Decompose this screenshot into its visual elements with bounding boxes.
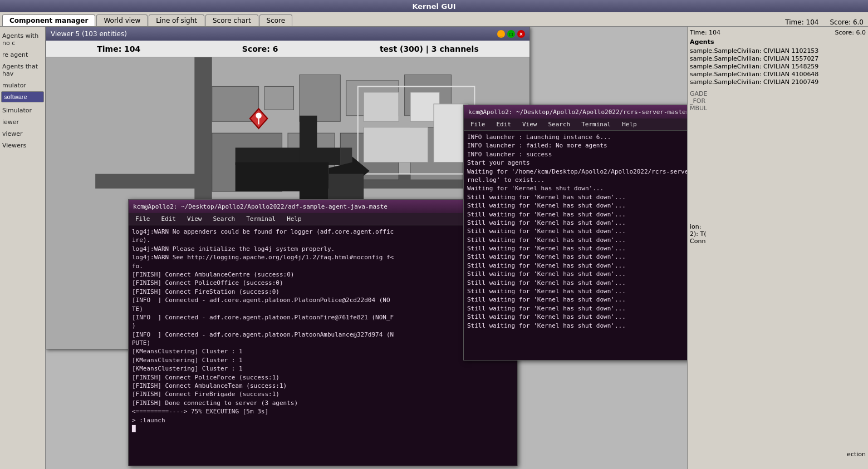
terminal-1-line-5: [FINISH] Connect AmbulanceCentre (succes… bbox=[132, 270, 514, 279]
terminal-2-menu-terminal[interactable]: Terminal bbox=[579, 120, 613, 129]
tab-component-manager[interactable]: Component manager bbox=[2, 14, 95, 26]
svg-point-22 bbox=[256, 113, 261, 119]
right-panel-section: ection bbox=[847, 451, 866, 458]
terminal-1-menu-file[interactable]: File bbox=[133, 214, 153, 224]
terminal-2-menu-help[interactable]: Help bbox=[620, 120, 639, 129]
terminal-1-line-8: [INFO ] Connected - adf.core.agent.plato… bbox=[132, 296, 514, 304]
right-panel-connection-3: Conn bbox=[690, 238, 866, 245]
terminal-1-cursor: █ bbox=[132, 424, 514, 433]
viewer-score: Score: 6 bbox=[242, 45, 278, 53]
terminal-1-menu-bar: File Edit View Search Terminal Help bbox=[129, 213, 517, 225]
terminal-1-line-10: [INFO ] Connected - adf.core.agent.plato… bbox=[132, 313, 514, 322]
top-score: Score: 6.0 bbox=[830, 18, 864, 26]
terminal-1-line-13: PUTE) bbox=[132, 339, 514, 347]
tab-line-of-sight[interactable]: Line of sight bbox=[149, 14, 204, 26]
sidebar-mulator: mulator bbox=[2, 82, 43, 89]
viewer-maximize-btn[interactable]: □ bbox=[507, 30, 515, 38]
terminal-1-title: kcm@Apollo2: ~/Desktop/Apollo2/Apollo202… bbox=[133, 203, 388, 210]
terminal-1-line-20: [FINISH] Done connecting to server (3 ag… bbox=[132, 399, 514, 407]
sidebar-software-btn[interactable]: software bbox=[1, 91, 44, 102]
right-panel-score: Score: 6.0 bbox=[835, 29, 866, 36]
viewer-info: test (300) | 3 channels bbox=[380, 45, 479, 53]
terminal-1-line-16: [KMeansClustering] Cluster : 1 bbox=[132, 364, 514, 373]
right-panel-partial-3: MBUL bbox=[690, 105, 866, 112]
terminal-2-menu-search[interactable]: Search bbox=[546, 120, 573, 129]
tab-world-view[interactable]: World view bbox=[96, 14, 148, 26]
terminal-1-line-2: log4j:WARN Please initialize the log4j s… bbox=[132, 245, 514, 253]
right-panel-connection-1: ion: bbox=[690, 223, 866, 230]
app-title: Kernel GUI bbox=[412, 2, 455, 11]
viewer-time: Time: 104 bbox=[97, 45, 140, 53]
right-panel-partial-1: GADE bbox=[690, 90, 866, 97]
terminal-2-title: kcm@Apollo2: ~/Desktop/Apollo2/Apollo202… bbox=[468, 108, 719, 116]
terminal-1-menu-search[interactable]: Search bbox=[211, 214, 238, 224]
svg-rect-18 bbox=[364, 127, 428, 162]
sidebar-agents-no-c: Agents with no c bbox=[2, 32, 43, 47]
terminal-1-line-3: log4j:WARN See http://logging.apache.org… bbox=[132, 253, 514, 261]
terminal-1-line-6: [FINISH] Connect PoliceOffice (success:0… bbox=[132, 279, 514, 287]
right-panel: Time: 104 Score: 6.0 Agents sample.Sampl… bbox=[687, 27, 868, 469]
sidebar: Agents with no c re agent Agents that ha… bbox=[0, 27, 46, 469]
agent-entry-1: sample.SampleCivilian: CIVILIAN 1557027 bbox=[690, 55, 866, 62]
right-panel-header: Time: 104 Score: 6.0 bbox=[690, 29, 866, 36]
terminal-1-line-14: [KMeansClustering] Cluster : 1 bbox=[132, 347, 514, 356]
title-bar: Kernel GUI bbox=[0, 0, 868, 12]
svg-rect-2 bbox=[264, 86, 293, 110]
viewer-title: Viewer 5 (103 entities) bbox=[51, 30, 127, 38]
top-time: Time: 104 bbox=[785, 18, 818, 26]
agents-title: Agents bbox=[690, 38, 866, 46]
terminal-1-menu-edit[interactable]: Edit bbox=[159, 214, 179, 224]
agent-entry-4: sample.SampleCivilian: CIVILIAN 2100749 bbox=[690, 78, 866, 86]
sidebar-re-agent: re agent bbox=[2, 51, 43, 58]
tab-score[interactable]: Score bbox=[259, 14, 293, 26]
terminal-2-menu-edit[interactable]: Edit bbox=[494, 120, 514, 129]
terminal-1-line-22: > :launch bbox=[132, 416, 514, 424]
terminal-1-line-7: [FINISH] Connect FireStation (success:0) bbox=[132, 288, 514, 296]
right-panel-partial-2: _FOR bbox=[690, 97, 866, 105]
agent-entry-3: sample.SampleCivilian: CIVILIAN 4100648 bbox=[690, 71, 866, 78]
sidebar-viewer2: viewer bbox=[2, 130, 43, 137]
terminal-window-1: kcm@Apollo2: ~/Desktop/Apollo2/Apollo202… bbox=[128, 199, 518, 466]
terminal-1-line-15: [KMeansClustering] Cluster : 1 bbox=[132, 356, 514, 364]
tab-score-chart[interactable]: Score chart bbox=[205, 14, 258, 26]
terminal-1-line-9: TE) bbox=[132, 305, 514, 313]
sidebar-agents-hav: Agents that hav bbox=[2, 63, 43, 77]
right-panel-time: Time: 104 bbox=[690, 29, 720, 36]
agent-entry-0: sample.SampleCivilian: CIVILIAN 1102153 bbox=[690, 47, 866, 55]
terminal-2-menu-view[interactable]: View bbox=[520, 120, 540, 129]
terminal-1-content[interactable]: log4j:WARN No appenders could be found f… bbox=[129, 225, 517, 466]
terminal-2-menu-file[interactable]: File bbox=[468, 120, 488, 129]
terminal-1-line-18: [FINISH] Connect AmbulanceTeam (success:… bbox=[132, 382, 514, 390]
viewer-close-btn[interactable]: × bbox=[517, 30, 525, 38]
viewer-controls: _ □ × bbox=[497, 30, 525, 38]
terminal-1-menu-help[interactable]: Help bbox=[285, 214, 304, 224]
svg-rect-16 bbox=[364, 92, 399, 121]
terminal-1-line-19: [FINISH] Connect FireBrigade (success:1) bbox=[132, 390, 514, 398]
viewer-info-bar: Time: 104 Score: 6 test (300) | 3 channe… bbox=[46, 41, 529, 57]
tab-bar: Component manager World view Line of sig… bbox=[0, 12, 868, 27]
terminal-1-title-bar: kcm@Apollo2: ~/Desktop/Apollo2/Apollo202… bbox=[129, 200, 517, 213]
viewer-minimize-btn[interactable]: _ bbox=[497, 30, 505, 38]
sidebar-simulator: Simulator bbox=[2, 107, 43, 114]
agent-entry-2: sample.SampleCivilian: CIVILIAN 1548259 bbox=[690, 63, 866, 70]
right-panel-connection-2: 2): T( bbox=[690, 230, 866, 238]
terminal-1-line-4: fo. bbox=[132, 262, 514, 270]
svg-rect-3 bbox=[300, 75, 340, 121]
terminal-1-line-11: ) bbox=[132, 322, 514, 330]
sidebar-iewer: iewer bbox=[2, 119, 43, 126]
terminal-1-menu-view[interactable]: View bbox=[185, 214, 204, 224]
terminal-1-line-17: [FINISH] Connect PoliceForce (success:1) bbox=[132, 373, 514, 382]
viewer-title-bar: Viewer 5 (103 entities) _ □ × bbox=[46, 27, 529, 41]
terminal-1-line-1: ire). bbox=[132, 236, 514, 244]
terminal-1-line-0: log4j:WARN No appenders could be found f… bbox=[132, 228, 514, 236]
terminal-1-line-21: <=========----> 75% EXECUTING [5m 3s] bbox=[132, 407, 514, 416]
sidebar-viewers: Viewers bbox=[2, 142, 43, 149]
terminal-1-menu-terminal[interactable]: Terminal bbox=[244, 214, 278, 224]
terminal-1-line-12: [INFO ] Connected - adf.core.agent.plato… bbox=[132, 330, 514, 339]
